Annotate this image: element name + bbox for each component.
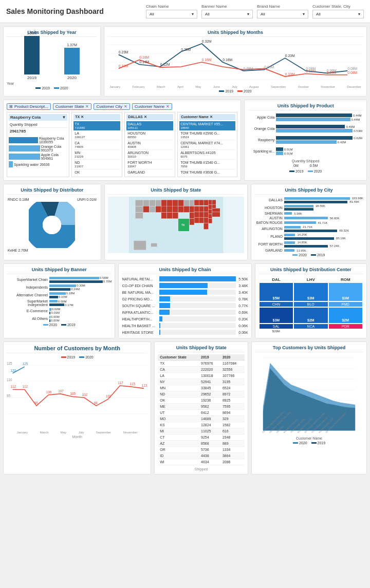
filter-banner-label: Banner Name (201, 4, 253, 9)
customer-item-4[interactable]: ALBERTSONS #41059075 (179, 150, 235, 160)
product-bar-sparkling: Sparkling water 26636 (9, 161, 67, 167)
filter-chain: Chain Name All ▾ (146, 4, 197, 18)
svg-rect-80 (151, 243, 157, 246)
state-table-row: CA22202032556 (158, 367, 245, 373)
filter-brand-label: Brand Name (257, 4, 308, 9)
svg-text:0.18M: 0.18M (139, 55, 149, 59)
svg-text:0.23M: 0.23M (119, 50, 128, 54)
filter-customer-state-select[interactable]: All ▾ (312, 10, 364, 18)
state-item-nd[interactable]: ND21007 (73, 160, 120, 169)
row-2: ⊞ Product Descript... Customer State ✕ C… (3, 100, 367, 181)
chip-product[interactable]: ⊞ Product Descript... (7, 103, 51, 110)
banner-row-alternative: Alternative Channel 0.18M 0.10M (7, 292, 112, 298)
svg-text:0.12M: 0.12M (160, 63, 170, 66)
svg-rect-51 (178, 206, 184, 212)
state-item-mn[interactable]: MN23229 (73, 150, 120, 160)
city-item-austin[interactable]: AUSTIN40908 (126, 140, 173, 150)
card-year: Units Shipped by Year 1.98M 2019 1.37M 2… (3, 26, 101, 97)
svg-text:96: 96 (34, 401, 39, 405)
svg-text:0.16M: 0.16M (202, 58, 212, 62)
top-customers-svg: CENTRAL MARKET #55 GRO... CENTRAL MARKET… (255, 354, 363, 437)
svg-rect-50 (173, 206, 178, 212)
svg-rect-48 (161, 206, 167, 212)
state-item-tx[interactable]: TX721880 (73, 121, 120, 130)
state-table-row: OK192368925 (158, 397, 245, 404)
svg-rect-38 (190, 200, 194, 206)
chain-row-natural: NATURAL RETAI... 5.50K (122, 276, 248, 281)
distributor-label-kehe: KeHE 2.76M (8, 249, 28, 252)
state-item-ok[interactable]: OK (73, 169, 120, 175)
slicer-columns: Raspberry Cola ▼ Quantity Shipped 296178… (7, 112, 237, 177)
card-year-title: Units Shipped by Year (7, 30, 97, 37)
card-dc-title: Units Shipped by Distribution Center (258, 267, 363, 274)
dc-row2-labels: CHN BLO FMD (260, 302, 362, 307)
product-row-orange: Orange Cola 0.49M 0.53M (249, 125, 362, 132)
year-x-label: Year (7, 82, 97, 85)
state-item-la[interactable]: LA109127 (73, 130, 120, 140)
customer-item-6[interactable]: TOM THUMB #3608 G... (179, 169, 235, 175)
product-chart-bars: Apple Cola 0.44M 0.44M Orange C (248, 112, 363, 158)
state-table-header-state: Customer State (158, 354, 199, 361)
card-top-customers: Top Customers by Units Shipped (251, 342, 367, 475)
us-map-svg: TX (108, 197, 244, 253)
slicer-product-col: Raspberry Cola ▼ Quantity Shipped 296178… (7, 112, 69, 177)
svg-rect-32 (156, 200, 161, 206)
city-row-dallas: DALLAS 103.98K 83.49K (254, 197, 363, 203)
filter-brand: Brand Name All ▾ (257, 4, 308, 18)
svg-rect-57 (208, 204, 212, 209)
svg-text:106: 106 (46, 390, 52, 394)
svg-text:0.09M: 0.09M (327, 71, 337, 74)
us-map: TX (108, 197, 244, 253)
state-item-ca[interactable]: CA74605 (73, 140, 120, 150)
chain-row-infra: INFRA ATLANTIC... 0.69K (122, 310, 248, 315)
banner-legend: 2020 2019 (7, 323, 112, 327)
svg-text:94: 94 (94, 401, 98, 405)
product-row-sparkling: Sparkling w... 0.01M 0.01M (249, 147, 362, 155)
svg-text:0.14M: 0.14M (139, 60, 149, 64)
svg-rect-73 (203, 217, 208, 223)
svg-text:95: 95 (7, 394, 11, 397)
city-item-dallas[interactable]: DALLAS105111 (126, 121, 173, 130)
svg-text:0.26M: 0.26M (181, 48, 191, 51)
banner-row-others: All Others 0.00M 0.00M (7, 315, 112, 322)
svg-text:115: 115 (130, 382, 135, 386)
chip-state[interactable]: Customer State ✕ (53, 103, 92, 110)
chip-city[interactable]: Customer City ✕ (94, 103, 130, 110)
customer-item-1[interactable]: CENTRAL MARKET #55...18840 (179, 121, 235, 130)
city-item-fortworth[interactable]: FORT WORTH33047 (126, 160, 173, 169)
svg-text:105: 105 (70, 392, 76, 395)
chip-customer[interactable]: Customer Name ✕ (132, 103, 172, 110)
filter-banner-select[interactable]: All ▾ (201, 10, 253, 18)
customer-item-2[interactable]: TOM THUMB #2990 G...13524 (179, 130, 235, 140)
city-row-sherman: SHERMAN 5.96K (254, 212, 363, 215)
city-legend: 2020 2019 (254, 253, 363, 257)
city-item-houston[interactable]: HOUSTON66550 (126, 130, 173, 140)
filter-brand-select[interactable]: All ▾ (257, 10, 308, 18)
state-table-header-2019: 2019 (199, 354, 220, 361)
svg-rect-44 (135, 206, 143, 212)
svg-rect-79 (134, 241, 146, 250)
card-chain: Units Shipped by Chain NATURAL RETAI... … (118, 263, 251, 338)
svg-rect-74 (208, 214, 212, 219)
product-bar-orange: Orange Cola 991073 (9, 145, 67, 152)
chain-row-health: HEALTHPORT/H... 0.20K (122, 316, 248, 321)
svg-rect-75 (208, 219, 212, 223)
city-item-garland[interactable]: GARLAND (126, 169, 173, 175)
customer-item-5[interactable]: TOM THUMB #1540 G...7959 (179, 160, 235, 169)
svg-rect-71 (194, 217, 199, 223)
filter-chain-select[interactable]: All ▾ (146, 10, 197, 18)
dc-row4-labels: SAL NCA POR (260, 324, 362, 329)
customer-item-3[interactable]: CENTRAL MARKET #74...12061 (179, 140, 235, 150)
dashboard: Units Shipped by Year 1.98M 2019 1.37M 2… (0, 23, 370, 478)
svg-rect-60 (161, 213, 167, 219)
card-distributor-title: Units Shipped by Distributor (7, 187, 98, 195)
distributor-label-unfi: UNFI 0.01M (77, 198, 97, 201)
svg-rect-29 (135, 200, 143, 206)
pie-svg (29, 202, 75, 248)
city-item-arlington[interactable]: ARLINGTON30010 (126, 150, 173, 160)
svg-text:0.08M: 0.08M (244, 67, 253, 70)
svg-rect-58 (212, 204, 216, 208)
product-legend: 2019 2020 (248, 169, 363, 173)
customers-x-label: Month (7, 435, 147, 439)
svg-text:113: 113 (142, 384, 147, 387)
